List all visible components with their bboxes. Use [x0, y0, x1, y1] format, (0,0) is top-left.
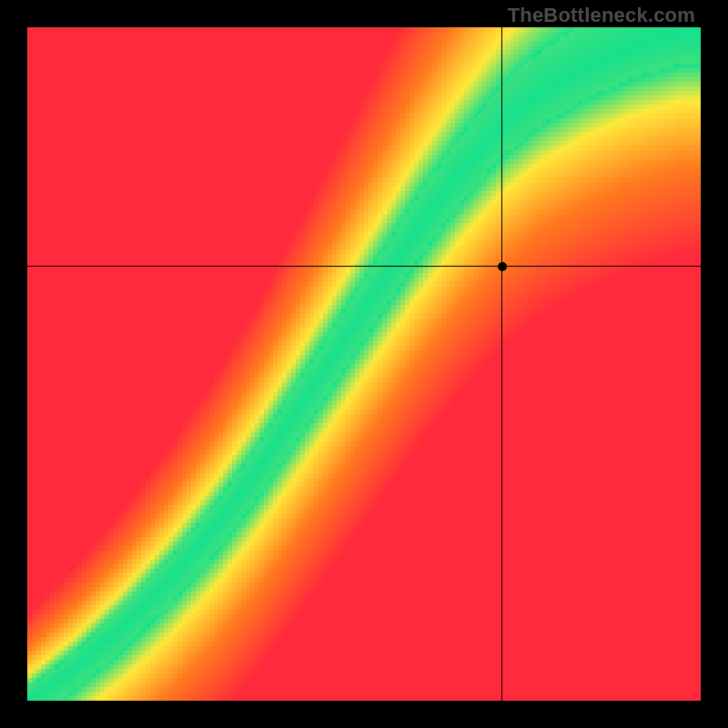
heatmap-canvas [27, 27, 701, 701]
crosshair-horizontal [27, 266, 701, 267]
marker-dot [498, 262, 507, 271]
heatmap-plot [27, 27, 701, 701]
chart-frame: TheBottleneck.com [0, 0, 728, 728]
watermark-text: TheBottleneck.com [508, 4, 695, 27]
crosshair-vertical [501, 27, 502, 701]
